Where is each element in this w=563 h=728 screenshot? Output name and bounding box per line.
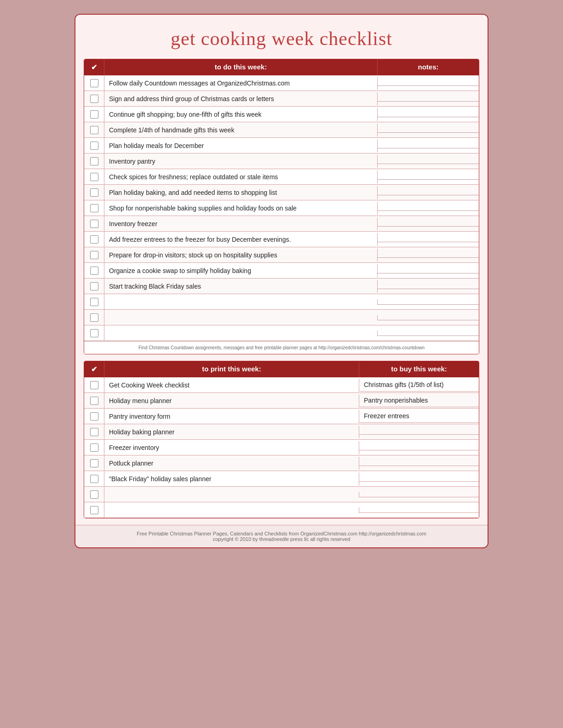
task-row: Follow daily Countdown messages at Organ… [84, 75, 479, 91]
task-row: Organize a cookie swap to simplify holid… [84, 263, 479, 279]
bottom-row: Potluck planner [84, 455, 479, 471]
check-cell [84, 279, 104, 294]
task-row [84, 294, 479, 310]
task-text [104, 299, 378, 305]
checkbox[interactable] [90, 95, 98, 103]
task-text: Sign and address third group of Christma… [104, 92, 378, 105]
check-cell [84, 200, 104, 216]
task-text [104, 330, 378, 336]
page-title: get cooking week checklist [75, 15, 488, 59]
check-cell [84, 185, 104, 200]
buy-cell [359, 507, 479, 513]
top-check-header: ✔ [84, 59, 104, 75]
task-row: Plan holiday baking, and add needed item… [84, 185, 479, 200]
task-row [84, 310, 479, 325]
bottom-row: Get Cooking Week checklistChristmas gift… [84, 377, 479, 393]
checkbox[interactable] [90, 282, 98, 290]
print-cell: Freezer inventory [104, 441, 359, 454]
bottom-checkbox[interactable] [90, 381, 98, 389]
task-text: Check spices for freshness; replace outd… [104, 171, 378, 183]
buy-cell: Christmas gifts (1/5th of list) [359, 378, 479, 392]
checkbox[interactable] [90, 142, 98, 150]
task-row: Complete 1/4th of handmade gifts this we… [84, 122, 479, 138]
bottom-rows-list: Get Cooking Week checklistChristmas gift… [84, 377, 479, 518]
checkbox[interactable] [90, 79, 98, 87]
notes-cell [378, 236, 479, 242]
notes-cell [378, 189, 479, 195]
notes-cell [378, 267, 479, 273]
footer-line2: copyright © 2010 by threadneedle press l… [80, 536, 483, 542]
check-cell [84, 107, 104, 122]
print-cell: Pantry inventory form [104, 410, 359, 423]
checkbox[interactable] [90, 188, 98, 197]
task-text: Inventory freezer [104, 217, 378, 230]
bottom-checkbox[interactable] [90, 475, 98, 483]
checkbox[interactable] [90, 157, 98, 165]
top-header-row: ✔ to do this week: notes: [84, 59, 479, 75]
checkbox[interactable] [90, 235, 98, 244]
checkbox[interactable] [90, 329, 98, 337]
buy-cell [359, 444, 479, 450]
top-notes-header: notes: [378, 59, 479, 75]
bottom-section: ✔ to print this week: to buy this week: … [84, 361, 479, 518]
bottom-row: "Black Friday" holiday sales planner [84, 471, 479, 487]
bottom-checkmark-icon: ✔ [91, 365, 97, 373]
task-row [84, 325, 479, 341]
buy-cell: Pantry nonperishables [359, 394, 479, 407]
bottom-check-cell [84, 377, 104, 392]
bottom-row: Holiday menu plannerPantry nonperishable… [84, 393, 479, 409]
task-row: Inventory freezer [84, 216, 479, 232]
bottom-check-cell [84, 393, 104, 408]
notes-cell [378, 330, 479, 336]
check-cell [84, 91, 104, 106]
checkbox[interactable] [90, 220, 98, 228]
checkbox[interactable] [90, 110, 98, 119]
bottom-checkbox[interactable] [90, 490, 98, 499]
notes-cell [378, 158, 479, 164]
bottom-checkbox[interactable] [90, 444, 98, 452]
bottom-checkbox[interactable] [90, 506, 98, 514]
notes-cell [378, 221, 479, 227]
bottom-check-cell [84, 424, 104, 439]
task-row: Continue gift shopping; buy one-fifth of… [84, 107, 479, 122]
print-cell: Holiday baking planner [104, 426, 359, 438]
checkmark-icon: ✔ [91, 63, 97, 71]
task-text: Plan holiday baking, and add needed item… [104, 186, 378, 199]
task-text: Complete 1/4th of handmade gifts this we… [104, 124, 378, 136]
bottom-row: Pantry inventory formFreezer entrees [84, 409, 479, 424]
checkbox[interactable] [90, 251, 98, 259]
bottom-row [84, 487, 479, 502]
checkbox[interactable] [90, 267, 98, 275]
bottom-checkbox[interactable] [90, 459, 98, 467]
print-cell: "Black Friday" holiday sales planner [104, 472, 359, 485]
notes-cell [378, 80, 479, 86]
task-text [104, 315, 378, 320]
checkbox[interactable] [90, 313, 98, 322]
check-cell [84, 138, 104, 153]
notes-cell [378, 111, 479, 117]
top-tasks-list: Follow daily Countdown messages at Organ… [84, 75, 479, 341]
bottom-checkbox[interactable] [90, 412, 98, 421]
print-cell [104, 492, 359, 497]
footer: Free Printable Christmas Planner Pages, … [75, 525, 488, 547]
task-row: Start tracking Black Friday sales [84, 279, 479, 294]
bottom-checkbox[interactable] [90, 397, 98, 405]
print-cell [104, 507, 359, 513]
check-cell [84, 169, 104, 184]
checkbox[interactable] [90, 126, 98, 134]
buy-cell: Freezer entrees [359, 410, 479, 423]
checkbox[interactable] [90, 173, 98, 181]
bottom-header-row: ✔ to print this week: to buy this week: [84, 361, 479, 377]
bottom-print-header: to print this week: [104, 361, 359, 377]
checkbox[interactable] [90, 204, 98, 212]
bottom-check-cell [84, 455, 104, 471]
bottom-checkbox[interactable] [90, 428, 98, 436]
buy-cell [359, 429, 479, 435]
task-text: Inventory pantry [104, 155, 378, 168]
check-cell [84, 310, 104, 325]
task-row: Shop for nonperishable baking supplies a… [84, 200, 479, 216]
task-text: Organize a cookie swap to simplify holid… [104, 264, 378, 277]
checkbox[interactable] [90, 298, 98, 306]
notes-cell [378, 314, 479, 320]
check-cell [84, 325, 104, 341]
